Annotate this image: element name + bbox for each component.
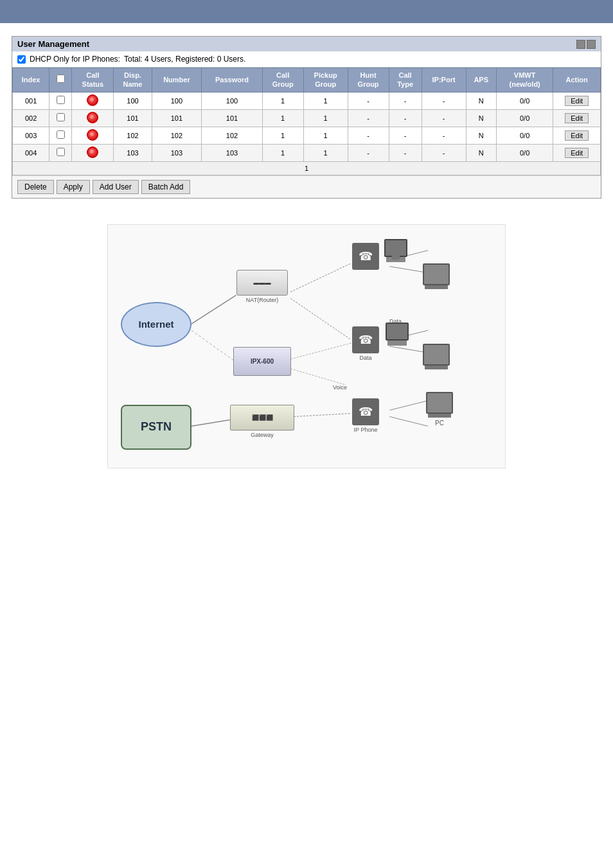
row-checkbox-2[interactable] xyxy=(57,130,65,139)
total-info: Total: 4 Users, Registered: 0 Users. xyxy=(124,55,245,64)
pstn-label: PSTN xyxy=(141,420,172,434)
nat-label: NAT(Router) xyxy=(246,297,278,303)
cell-index: 003 xyxy=(13,127,49,144)
cell-ip-port: - xyxy=(422,109,466,127)
cell-hunt-group: - xyxy=(348,144,389,161)
table-row: 002 101 101 101 1 1 - - - N 0/0 Edit xyxy=(13,109,601,127)
call-status-icon-2 xyxy=(87,129,98,141)
svg-line-6 xyxy=(290,368,345,384)
cell-call-status xyxy=(72,92,114,109)
cell-number: 103 xyxy=(152,144,202,161)
cell-action: Edit xyxy=(553,144,601,161)
select-all-checkbox[interactable] xyxy=(57,75,65,83)
cell-disp-name: 103 xyxy=(114,144,152,161)
phone-group-1 xyxy=(352,243,379,271)
table-row: 001 100 100 100 1 1 - - - N 0/0 Edit xyxy=(13,92,601,109)
phone-icon-1 xyxy=(352,243,379,270)
svg-line-13 xyxy=(389,416,428,426)
cell-password: 101 xyxy=(202,109,262,127)
maximize-button[interactable] xyxy=(587,40,596,49)
svg-line-0 xyxy=(191,295,236,324)
cell-call-status xyxy=(72,144,114,161)
cell-hunt-group: - xyxy=(348,92,389,109)
cell-number: 101 xyxy=(152,109,202,127)
batch-add-button[interactable]: Batch Add xyxy=(141,180,191,194)
phone-group-2: Data xyxy=(352,326,379,361)
cell-aps: N xyxy=(466,144,496,161)
phone-icon-3 xyxy=(352,398,379,425)
col-hunt-group: HuntGroup xyxy=(348,68,389,93)
far-right-monitor-2 xyxy=(423,344,450,369)
minimize-button[interactable] xyxy=(576,40,585,49)
ipx-box: IPX-600 xyxy=(233,347,291,376)
cell-select[interactable] xyxy=(49,127,72,144)
apply-button[interactable]: Apply xyxy=(57,180,90,194)
svg-line-3 xyxy=(290,263,351,292)
phone-icon-2 xyxy=(352,326,379,353)
cell-disp-name: 102 xyxy=(114,127,152,144)
cell-aps: N xyxy=(466,127,496,144)
col-select[interactable] xyxy=(49,68,72,93)
call-status-icon-1 xyxy=(87,112,98,123)
dhcp-label: DHCP Only for IP Phones: xyxy=(30,55,120,64)
user-management-title: User Management xyxy=(17,39,89,49)
col-action: Action xyxy=(553,68,601,93)
header-buttons xyxy=(576,40,596,49)
svg-line-2 xyxy=(191,420,230,426)
edit-button-1[interactable]: Edit xyxy=(565,113,589,123)
cell-password: 103 xyxy=(202,144,262,161)
edit-button-2[interactable]: Edit xyxy=(565,130,589,141)
call-status-icon-0 xyxy=(87,94,98,106)
cell-select[interactable] xyxy=(49,109,72,127)
cell-call-group: 1 xyxy=(262,144,303,161)
row-checkbox-0[interactable] xyxy=(57,96,65,104)
main-content: User Management DHCP Only for IP Phones:… xyxy=(0,23,613,507)
cell-hunt-group: - xyxy=(348,127,389,144)
cell-disp-name: 101 xyxy=(114,109,152,127)
cell-pickup-group: 1 xyxy=(303,109,348,127)
edit-button-0[interactable]: Edit xyxy=(565,96,589,106)
cell-call-status xyxy=(72,127,114,144)
cell-pickup-group: 1 xyxy=(303,92,348,109)
svg-line-1 xyxy=(191,330,236,362)
cell-action: Edit xyxy=(553,109,601,127)
user-management-section: User Management DHCP Only for IP Phones:… xyxy=(12,36,601,199)
network-diagram: Internet PSTN ▬▬▬ NAT(Router) IPX-600 ⬛⬛… xyxy=(107,224,506,468)
monitor-stand-2 xyxy=(387,341,407,346)
phone-group-3: IP Phone xyxy=(352,398,379,433)
internet-label: Internet xyxy=(138,319,173,330)
svg-line-7 xyxy=(294,413,351,416)
cell-index: 004 xyxy=(13,144,49,161)
cell-call-type: - xyxy=(389,92,422,109)
cell-call-type: - xyxy=(389,109,422,127)
dhcp-checkbox[interactable] xyxy=(17,55,26,64)
table-row: 003 102 102 102 1 1 - - - N 0/0 Edit xyxy=(13,127,601,144)
page-number: 1 xyxy=(305,164,308,172)
delete-button[interactable]: Delete xyxy=(17,180,54,194)
dhcp-row: DHCP Only for IP Phones: Total: 4 Users,… xyxy=(12,51,601,67)
cell-call-type: - xyxy=(389,127,422,144)
add-user-button[interactable]: Add User xyxy=(93,180,139,194)
bottom-buttons: Delete Apply Add User Batch Add xyxy=(12,175,601,198)
row-checkbox-1[interactable] xyxy=(57,113,65,121)
col-number: Number xyxy=(152,68,202,93)
cell-aps: N xyxy=(466,109,496,127)
col-call-status: CallStatus xyxy=(72,68,114,93)
table-row: 004 103 103 103 1 1 - - - N 0/0 Edit xyxy=(13,144,601,161)
col-disp-name: Disp.Name xyxy=(114,68,152,93)
cell-ip-port: - xyxy=(422,144,466,161)
cell-select[interactable] xyxy=(49,144,72,161)
cell-action: Edit xyxy=(553,127,601,144)
svg-line-12 xyxy=(389,400,428,410)
gateway-device: ⬛⬛⬛ xyxy=(230,405,294,430)
cell-pickup-group: 1 xyxy=(303,127,348,144)
cell-call-type: - xyxy=(389,144,422,161)
col-password: Password xyxy=(202,68,262,93)
row-checkbox-3[interactable] xyxy=(57,148,65,156)
edit-button-3[interactable]: Edit xyxy=(565,148,589,158)
cell-password: 102 xyxy=(202,127,262,144)
cell-select[interactable] xyxy=(49,92,72,109)
call-status-icon-3 xyxy=(87,146,98,158)
far-monitor-stand-2 xyxy=(425,366,448,369)
gateway-box: ⬛⬛⬛ Gateway xyxy=(230,405,294,438)
